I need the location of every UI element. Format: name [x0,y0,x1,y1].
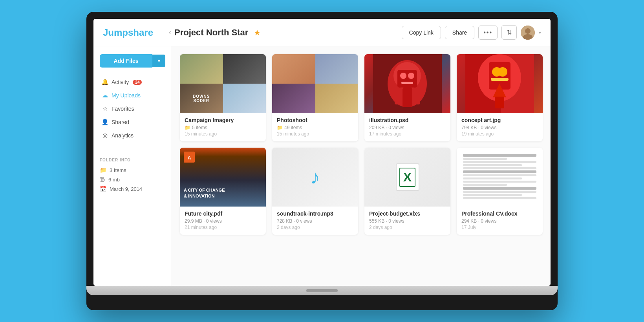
cv-line [463,174,536,176]
file-thumbnail: ♪ [272,148,358,207]
thumb-segment: DOWNSSODER [180,84,223,113]
folder-info-date: 📅 March 9, 2014 [100,186,165,192]
cv-line [463,181,536,183]
svg-point-1 [525,28,531,34]
thumb-segment [180,54,223,84]
cloud-icon: ☁ [101,92,108,99]
favorite-star-icon[interactable]: ★ [254,28,261,37]
back-chevron-icon[interactable]: ‹ [169,28,171,37]
excel-icon: X [396,163,419,191]
cv-line [463,167,536,169]
activity-badge: 24 [133,80,142,85]
sidebar-item-label: Analytics [112,132,134,139]
sidebar-item-favorites[interactable]: ☆ Favorites [100,102,165,115]
thumb-segment [272,54,315,84]
folder-info-items-count: 📁 3 Items [100,167,165,173]
file-size-views: 294 KB · 0 views [461,218,496,224]
file-meta: 555 KB · 0 views [369,218,446,224]
sidebar-item-label: Favorites [112,106,134,112]
file-meta: 📁 49 items [277,125,353,130]
file-card-future-city[interactable]: A A CITY OF CHANGE& INNOVATION Future c [180,148,266,235]
file-thumbnail [272,54,358,113]
cv-line [463,194,522,196]
file-name: Future city.pdf [185,210,261,217]
file-meta: 29.9 MB · 0 views [185,218,261,224]
folder-size-label: 6 mb [108,177,120,183]
app-header: Jumpshare ‹ Project North Star ★ Copy Li… [93,19,551,46]
file-name: Professional CV.docx [461,210,538,217]
folder-info-section: FOLDER INFO 📁 3 Items 🗜 6 mb 📅 March 9, … [100,152,165,192]
sidebar-item-shared[interactable]: 👤 Shared [100,115,165,129]
file-info: soundtrack-intro.mp3 728 KB · 0 views 2 … [272,207,358,235]
svg-rect-10 [395,89,402,104]
breadcrumb: ‹ Project North Star ★ [169,27,402,38]
file-info: Campaign Imagery 📁 5 items 15 minutes ag… [180,113,266,141]
file-card-soundtrack[interactable]: ♪ soundtrack-intro.mp3 728 KB · 0 views … [272,148,358,235]
file-thumbnail: X [364,148,450,207]
file-name: Photoshoot [277,117,353,123]
svg-text:A: A [188,155,191,161]
file-card-photoshoot[interactable]: Photoshoot 📁 49 items 15 minutes ago [272,54,358,141]
file-items-count: 49 items [284,125,302,130]
file-name: Project-budget.xlxs [369,210,446,217]
cv-preview [460,151,540,203]
file-name: Campaign Imagery [185,117,261,123]
more-options-button[interactable]: ••• [478,26,498,40]
concept-thumb-svg [457,54,543,113]
thumb-segment [315,54,359,84]
avatar[interactable] [521,26,535,40]
sidebar-item-my-uploads[interactable]: ☁ My Uploads [100,89,165,102]
file-meta: 📁 5 items [185,125,261,130]
file-card-concept-art[interactable]: concept art.jpg 798 KB · 0 views 19 minu… [457,54,543,141]
cv-line [463,191,536,193]
star-outline-icon: ☆ [101,105,108,112]
share-button[interactable]: Share [445,26,474,39]
sidebar-item-label: Activity [112,79,129,85]
file-info: Professional CV.docx 294 KB · 0 views 17… [457,207,543,235]
file-meta: 798 KB · 0 views [461,125,538,130]
copy-link-button[interactable]: Copy Link [402,26,441,39]
folder-icon: 📁 [277,125,283,130]
sidebar-item-label: My Uploads [112,92,141,99]
file-grid-area: DOWNSSODER Campaign Imagery 📁 5 items [172,46,551,286]
add-files-dropdown-button[interactable]: ▼ [152,55,165,67]
user-chevron-icon[interactable]: ▾ [539,30,541,35]
file-info: concept art.jpg 798 KB · 0 views 19 minu… [457,113,543,141]
file-items-count: 5 items [192,125,207,130]
file-time: 2 days ago [369,225,446,230]
cv-line [463,164,522,166]
music-note-icon: ♪ [310,166,320,188]
app-logo: Jumpshare [103,27,153,38]
bell-icon: 🔔 [101,79,108,86]
file-time: 17 minutes ago [369,131,446,137]
add-files-main-button[interactable]: Add Files [100,54,152,68]
file-time: 19 minutes ago [461,131,538,137]
main-content: Add Files ▼ 🔔 Activity 24 ☁ My Uploads [93,46,551,286]
file-card-professional-cv[interactable]: Professional CV.docx 294 KB · 0 views 17… [457,148,543,235]
sidebar-item-analytics[interactable]: ◎ Analytics [100,129,165,142]
file-thumbnail [364,54,450,113]
shared-icon: 👤 [101,119,108,126]
file-size-views: 29.9 MB · 0 views [185,218,222,224]
sort-button[interactable]: ⇅ [501,25,517,40]
sidebar-item-label: Shared [112,119,129,125]
file-name: concept art.jpg [461,117,538,123]
illustration-thumb-svg [364,54,450,113]
file-info: illustration.psd 209 KB · 0 views 17 min… [364,113,450,141]
thumb-segment [315,84,359,113]
sidebar-item-activity[interactable]: 🔔 Activity 24 [100,75,165,89]
file-card-campaign-imagery[interactable]: DOWNSSODER Campaign Imagery 📁 5 items [180,54,266,141]
analytics-icon: ◎ [101,132,108,139]
excel-x-symbol: X [399,168,415,187]
file-name: illustration.psd [369,117,446,123]
folder-date-label: March 9, 2014 [110,186,142,192]
svg-point-18 [498,67,507,77]
svg-rect-11 [412,89,420,104]
folder-info-size: 🗜 6 mb [100,176,165,183]
file-thumbnail: DOWNSSODER [180,54,266,113]
sidebar-navigation: 🔔 Activity 24 ☁ My Uploads ☆ Favorites [100,75,165,142]
add-files-button[interactable]: Add Files ▼ [100,54,165,68]
file-card-project-budget[interactable]: X Project-budget.xlxs 555 KB · 0 views 2… [364,148,450,235]
calendar-icon: 📅 [100,186,106,192]
file-card-illustration[interactable]: illustration.psd 209 KB · 0 views 17 min… [364,54,450,141]
